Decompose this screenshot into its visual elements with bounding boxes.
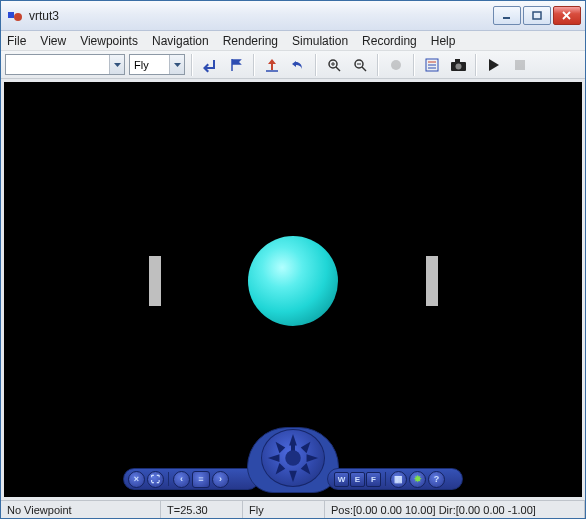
svg-point-23 xyxy=(455,63,461,69)
undo-move-button[interactable] xyxy=(287,54,309,76)
viewport-container: × ⛶ ‹ ≡ › xyxy=(1,79,585,500)
nav-close-button[interactable]: × xyxy=(128,471,145,488)
svg-marker-28 xyxy=(268,454,280,462)
nav-separator xyxy=(385,472,386,486)
nav-home-button[interactable]: ⛶ xyxy=(147,471,164,488)
chevron-left-icon: ‹ xyxy=(180,474,183,484)
compass-icon xyxy=(262,430,324,486)
scene-object-box-left xyxy=(149,256,161,306)
svg-marker-27 xyxy=(289,471,297,483)
nav-fly-button[interactable]: F xyxy=(366,472,381,487)
nav-prev-button[interactable]: ‹ xyxy=(173,471,190,488)
create-viewpoint-button[interactable] xyxy=(225,54,247,76)
record-button[interactable] xyxy=(385,54,407,76)
nav-menu-button[interactable]: ≡ xyxy=(192,471,210,488)
nav-panel-left: × ⛶ ‹ ≡ › xyxy=(123,468,259,490)
nav-next-button[interactable]: › xyxy=(212,471,229,488)
svg-point-34 xyxy=(285,450,301,466)
stop-icon xyxy=(515,60,525,70)
undo-icon xyxy=(291,58,305,72)
grid-icon: ▦ xyxy=(394,474,403,484)
toolbar-separator xyxy=(191,54,193,76)
toolbar-separator xyxy=(413,54,415,76)
svg-marker-33 xyxy=(301,463,311,475)
window-buttons xyxy=(493,6,581,25)
svg-marker-30 xyxy=(276,442,286,454)
3d-viewport[interactable]: × ⛶ ‹ ≡ › xyxy=(4,82,582,497)
viewpoint-combo[interactable] xyxy=(5,54,125,75)
back-button[interactable] xyxy=(199,54,221,76)
menu-help[interactable]: Help xyxy=(431,34,456,48)
scene-object-sphere xyxy=(248,236,338,326)
svg-marker-31 xyxy=(301,442,311,454)
play-icon xyxy=(489,59,499,71)
nav-examine-button[interactable]: E xyxy=(350,472,365,487)
home-icon: ⛶ xyxy=(151,474,160,484)
sun-icon: ✸ xyxy=(414,474,422,484)
nav-headlight-button[interactable]: ✸ xyxy=(409,471,426,488)
zoom-in-icon xyxy=(327,58,341,72)
nav-walk-button[interactable]: W xyxy=(334,472,349,487)
menubar: File View Viewpoints Navigation Renderin… xyxy=(1,31,585,51)
navmode-combo[interactable]: Fly xyxy=(129,54,185,75)
block-params-button[interactable] xyxy=(421,54,443,76)
menu-file[interactable]: File xyxy=(7,34,26,48)
play-button[interactable] xyxy=(483,54,505,76)
nav-panel-right: W E F ▦ ✸ ? xyxy=(327,468,463,490)
svg-rect-25 xyxy=(515,60,525,70)
zoom-out-button[interactable] xyxy=(349,54,371,76)
menu-simulation[interactable]: Simulation xyxy=(292,34,348,48)
chevron-right-icon: › xyxy=(219,474,222,484)
toolbar-separator xyxy=(315,54,317,76)
status-navmode: Fly xyxy=(243,501,325,518)
status-viewpoint: No Viewpoint xyxy=(1,501,161,518)
svg-marker-6 xyxy=(114,63,121,67)
chevron-down-icon xyxy=(109,55,124,74)
nav-direction-hub[interactable] xyxy=(261,429,325,487)
app-icon xyxy=(7,8,23,24)
svg-rect-22 xyxy=(455,59,460,63)
zoom-in-button[interactable] xyxy=(323,54,345,76)
toolbar-separator xyxy=(377,54,379,76)
snapshot-button[interactable] xyxy=(447,54,469,76)
help-icon: ? xyxy=(434,474,440,484)
flag-icon xyxy=(229,58,243,72)
up-arrow-icon xyxy=(265,58,279,72)
menu-rendering[interactable]: Rendering xyxy=(223,34,278,48)
x-icon: × xyxy=(134,474,139,484)
minimize-button[interactable] xyxy=(493,6,521,25)
maximize-button[interactable] xyxy=(523,6,551,25)
menu-navigation[interactable]: Navigation xyxy=(152,34,209,48)
svg-rect-0 xyxy=(8,12,14,18)
nav-help-button[interactable]: ? xyxy=(428,471,445,488)
close-button[interactable] xyxy=(553,6,581,25)
zoom-out-icon xyxy=(353,58,367,72)
status-position: Pos:[0.00 0.00 10.00] Dir:[0.00 0.00 -1.… xyxy=(325,501,585,518)
chevron-down-icon xyxy=(169,55,184,74)
svg-point-16 xyxy=(391,60,401,70)
svg-point-1 xyxy=(14,13,22,21)
list-icon xyxy=(425,58,439,72)
status-time: T=25.30 xyxy=(161,501,243,518)
nav-separator xyxy=(168,472,169,486)
scene-object-box-right xyxy=(426,256,438,306)
nav-control-panel: × ⛶ ‹ ≡ › xyxy=(123,427,463,493)
svg-marker-24 xyxy=(489,59,499,71)
menu-view[interactable]: View xyxy=(40,34,66,48)
nav-wireframe-button[interactable]: ▦ xyxy=(390,471,407,488)
svg-marker-29 xyxy=(307,454,319,462)
titlebar: vrtut3 xyxy=(1,1,585,31)
straighten-button[interactable] xyxy=(261,54,283,76)
record-icon xyxy=(390,59,402,71)
menu-viewpoints[interactable]: Viewpoints xyxy=(80,34,138,48)
toolbar-separator xyxy=(475,54,477,76)
nav-mode-group: W E F xyxy=(334,472,381,487)
svg-marker-32 xyxy=(276,463,286,475)
svg-line-14 xyxy=(362,67,366,71)
svg-marker-7 xyxy=(174,63,181,67)
window-title: vrtut3 xyxy=(29,9,493,23)
svg-marker-26 xyxy=(289,434,297,446)
navmode-combo-value: Fly xyxy=(134,59,149,71)
stop-button[interactable] xyxy=(509,54,531,76)
menu-recording[interactable]: Recording xyxy=(362,34,417,48)
